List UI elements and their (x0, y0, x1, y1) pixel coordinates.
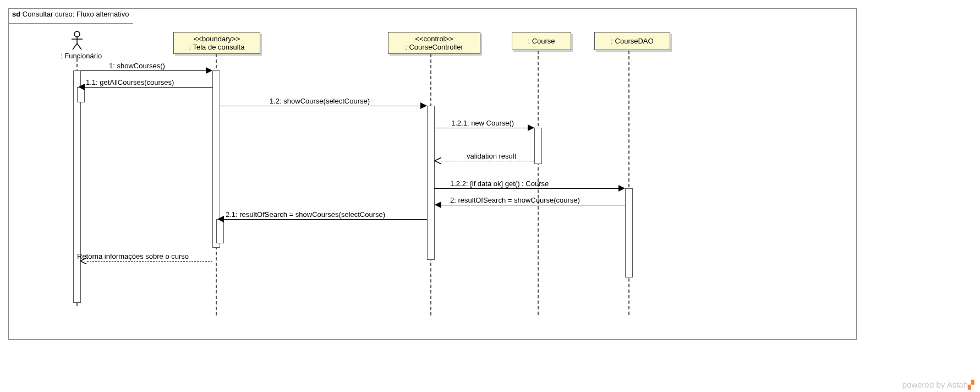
powered-by: powered by Astah▞ (902, 380, 974, 390)
svg-line-3 (73, 43, 77, 50)
label-m121r: validation result (467, 152, 516, 160)
diagram-canvas: sd Consultar curso: Fluxo alternativo : … (0, 0, 980, 392)
frame-title-tab: sd Consultar curso: Fluxo alternativo (8, 8, 139, 24)
course-name: : Course (517, 37, 566, 45)
label-m121: 1.2.1: new Course() (451, 119, 514, 127)
label-m21: 2.1: resultOfSearch = showCourses(select… (226, 210, 385, 219)
arrowhead-m121 (528, 124, 534, 131)
activation-control (427, 106, 435, 260)
label-m11: 1.1: getAllCourses(courses) (86, 78, 174, 86)
dao-name: : CourseDAO (599, 37, 665, 45)
powered-text: powered by Astah (902, 380, 968, 389)
activation-dao (625, 188, 633, 277)
arrow-m11 (85, 87, 212, 88)
arrow-m1 (80, 70, 206, 71)
arrowhead-m21 (217, 216, 224, 222)
arrowhead-m122 (618, 185, 625, 192)
frame-tag: sd (12, 10, 20, 18)
label-m2: 2: resultOfSearch = showCourse(course) (450, 196, 580, 204)
arrow-m121 (434, 128, 528, 128)
arrow-mret (87, 261, 212, 262)
label-mret: Retorna informações sobre o curso (77, 252, 189, 260)
arrowhead-m11 (78, 84, 85, 90)
arrowhead-m12 (420, 102, 427, 109)
label-m1: 1: showCourses() (109, 62, 165, 70)
frame-title: Consultar curso: Fluxo alternativo (23, 10, 129, 18)
lifeline-course: : Course (512, 32, 571, 50)
lifeline-boundary: <<boundary>> : Tela de consulta (173, 32, 260, 54)
arrow-m2 (441, 205, 625, 205)
control-name: : CourseController (393, 43, 475, 51)
actor-icon (69, 31, 85, 51)
activation-course (534, 128, 542, 164)
label-m122: 1.2.2: [if data ok] get() : Course (450, 179, 549, 188)
arrowhead-m121r (434, 157, 442, 164)
svg-line-4 (77, 43, 81, 50)
actor-funcionario: : Funcionário (61, 31, 94, 60)
astah-logo-icon: ▞ (968, 380, 974, 389)
lifeline-dao: : CourseDAO (594, 32, 670, 50)
boundary-name: : Tela de consulta (178, 43, 255, 51)
control-stereotype: <<control>> (393, 35, 475, 43)
boundary-stereotype: <<boundary>> (178, 35, 255, 43)
arrow-m21 (224, 219, 427, 220)
arrow-m121r (441, 161, 534, 161)
svg-point-0 (74, 31, 80, 37)
activation-boundary-nested (216, 219, 224, 243)
activation-actor (73, 70, 81, 303)
lifeline-control: <<control>> : CourseController (388, 32, 480, 54)
arrow-m122 (434, 188, 618, 189)
arrow-m12 (220, 106, 420, 106)
label-m12: 1.2: showCourse(selectCourse) (270, 97, 370, 105)
arrowhead-m1 (206, 67, 212, 74)
arrowhead-m2 (435, 202, 441, 208)
